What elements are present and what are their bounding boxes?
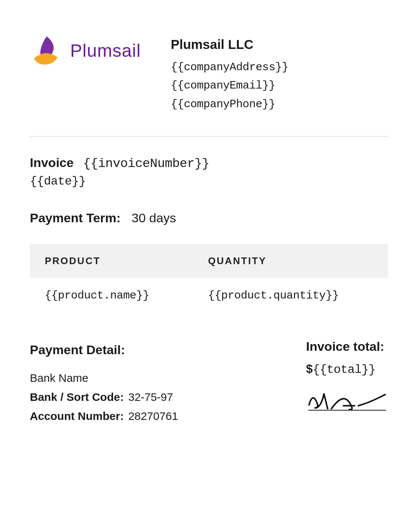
invoice-number: {{invoiceNumber}} [83,157,209,171]
payment-heading: Payment Detail: [30,339,178,361]
company-phone: {{companyPhone}} [171,95,288,114]
account-row: Account Number:28270761 [30,406,178,426]
total-heading: Invoice total: [306,339,388,354]
invoice-total: Invoice total: ${{total}} [306,339,388,416]
logo: Plumsail [30,34,141,67]
total-value: {{total}} [313,363,375,377]
company-address: {{companyAddress}} [171,58,288,77]
invoice-line: Invoice {{invoiceNumber}} [30,155,388,171]
currency-symbol: $ [306,362,313,375]
total-amount: ${{total}} [306,362,388,377]
invoice-label: Invoice [30,155,74,170]
table-row: {{product.name}} {{product.quantity}} [30,278,388,313]
items-table: PRODUCT QUANTITY {{product.name}} {{prod… [30,244,388,313]
company-email: {{companyEmail}} [171,77,288,95]
invoice-date: {{date}} [30,174,388,188]
sort-code-label: Bank / Sort Code: [30,391,124,403]
plumsail-logo-icon [30,34,63,67]
bank-name: Bank Name [30,368,178,387]
payment-detail: Payment Detail: Bank Name Bank / Sort Co… [30,339,178,426]
sort-code-row: Bank / Sort Code:32-75-97 [30,387,178,406]
col-product: PRODUCT [30,244,193,278]
cell-product: {{product.name}} [30,278,193,313]
divider [30,136,388,137]
table-header-row: PRODUCT QUANTITY [30,244,388,278]
account-label: Account Number: [30,410,124,422]
signature-icon [306,387,388,413]
payment-term: Payment Term: 30 days [30,211,388,225]
payment-term-value: 30 days [132,211,176,225]
col-quantity: QUANTITY [193,244,388,278]
account-value: 28270761 [128,410,178,422]
company-name: Plumsail LLC [171,34,288,55]
sort-code-value: 32-75-97 [128,391,173,403]
document-header: Plumsail Plumsail LLC {{companyAddress}}… [30,34,388,114]
payment-term-label: Payment Term: [30,211,121,225]
company-block: Plumsail LLC {{companyAddress}} {{compan… [171,34,288,114]
logo-text: Plumsail [70,40,141,61]
cell-quantity: {{product.quantity}} [193,278,388,313]
document-footer: Payment Detail: Bank Name Bank / Sort Co… [30,339,388,426]
